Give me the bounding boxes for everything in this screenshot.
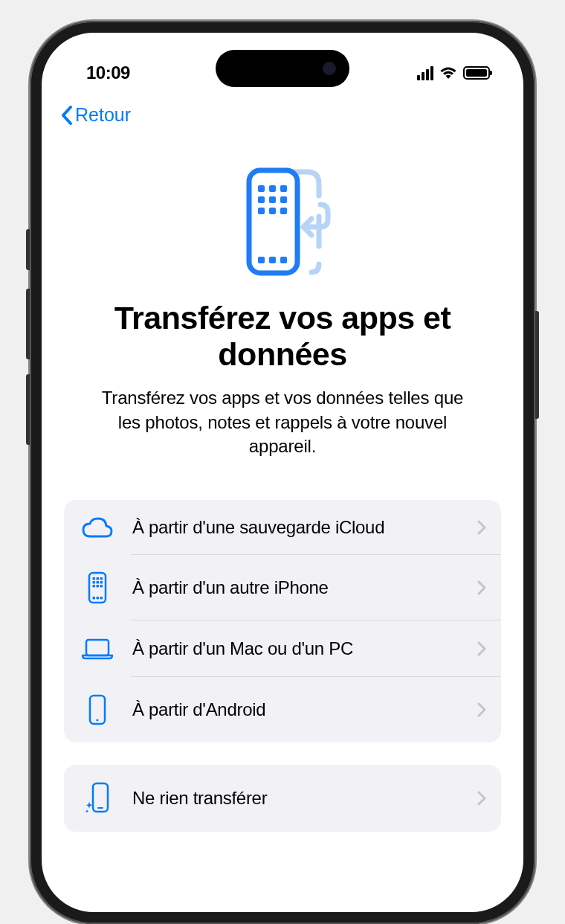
svg-rect-21 (97, 585, 100, 588)
chevron-right-icon (477, 580, 486, 595)
page-subtitle: Transférez vos apps et vos données telle… (71, 386, 494, 458)
svg-point-28 (96, 719, 98, 721)
chevron-right-icon (477, 641, 486, 656)
status-icons (417, 66, 490, 80)
option-another-iphone[interactable]: À partir d'un autre iPhone (64, 555, 501, 620)
cloud-icon (80, 516, 114, 539)
svg-rect-15 (97, 577, 100, 580)
svg-rect-4 (258, 196, 265, 203)
svg-rect-6 (280, 196, 287, 203)
option-label: À partir d'un autre iPhone (132, 577, 477, 599)
svg-rect-20 (93, 585, 96, 588)
svg-rect-14 (93, 577, 96, 580)
chevron-right-icon (477, 791, 486, 806)
svg-rect-17 (93, 581, 96, 584)
svg-rect-16 (100, 577, 103, 580)
option-android[interactable]: À partir d'Android (64, 677, 501, 742)
chevron-right-icon (477, 702, 486, 717)
svg-rect-11 (269, 257, 276, 263)
svg-rect-3 (280, 185, 287, 192)
dynamic-island (216, 50, 349, 87)
options-group-main: À partir d'une sauvegarde iCloud (64, 500, 501, 742)
options-group-secondary: Ne rien transférer (64, 765, 501, 832)
option-label: À partir d'un Mac ou d'un PC (132, 638, 477, 660)
screen: 10:09 (42, 33, 523, 912)
transfer-hero-icon (71, 166, 494, 277)
svg-rect-19 (100, 581, 103, 584)
iphone-sparkle-icon (80, 781, 114, 815)
svg-rect-5 (269, 196, 276, 203)
option-label: À partir d'Android (132, 699, 477, 721)
svg-rect-18 (97, 581, 100, 584)
phone-frame: 10:09 (30, 21, 535, 924)
option-label: À partir d'une sauvegarde iCloud (132, 516, 477, 539)
svg-rect-22 (100, 585, 103, 588)
option-label: Ne rien transférer (132, 787, 477, 809)
nav-bar: Retour (42, 92, 523, 136)
chevron-right-icon (477, 520, 486, 535)
wifi-icon (439, 66, 457, 80)
page-title: Transférez vos apps et données (71, 300, 494, 373)
svg-rect-25 (100, 597, 103, 600)
battery-icon (463, 66, 490, 80)
smartphone-icon (80, 693, 114, 726)
laptop-icon (80, 637, 114, 661)
cellular-signal-icon (417, 66, 433, 80)
content: Transférez vos apps et données Transfére… (42, 136, 523, 459)
svg-rect-8 (269, 208, 276, 214)
svg-rect-26 (86, 640, 109, 655)
back-label: Retour (75, 104, 131, 126)
back-button[interactable]: Retour (60, 104, 131, 126)
status-time: 10:09 (86, 62, 130, 83)
svg-rect-12 (280, 257, 287, 263)
svg-rect-23 (93, 597, 96, 600)
svg-rect-2 (269, 185, 276, 192)
chevron-left-icon (60, 105, 74, 126)
iphone-apps-icon (80, 571, 114, 604)
option-mac-pc[interactable]: À partir d'un Mac ou d'un PC (64, 620, 501, 677)
option-icloud-backup[interactable]: À partir d'une sauvegarde iCloud (64, 500, 501, 555)
option-no-transfer[interactable]: Ne rien transférer (64, 765, 501, 832)
svg-rect-24 (97, 597, 100, 600)
svg-rect-1 (258, 185, 265, 192)
svg-rect-9 (280, 208, 287, 214)
svg-rect-7 (258, 208, 265, 214)
svg-rect-10 (258, 257, 265, 263)
svg-rect-30 (97, 807, 103, 809)
